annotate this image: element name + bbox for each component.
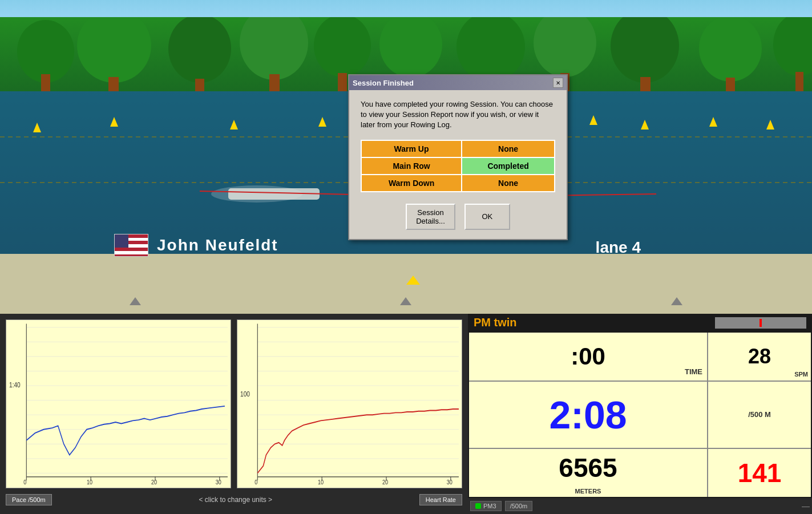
table-row: Warm Down None [361,175,555,192]
pace-cell: 2:08 [469,382,707,448]
pm3-button[interactable]: PM3 [470,501,502,511]
change-units-text[interactable]: < click to change units > [52,496,419,504]
session-finished-modal: Session Finished ✕ You have completed yo… [348,74,568,240]
warmup-status: None [462,140,555,157]
pm-red-bar [760,319,762,327]
bottom-controls: Pace /500m < click to change units > Hea… [6,491,462,508]
heart-rate-chart: 100 0 10 20 30 [237,319,462,488]
pm-green-dot [475,503,481,509]
sep-arrow-1 [130,297,141,305]
svg-text:30: 30 [447,479,453,485]
spm-label: SPM [794,371,808,378]
table-row: Warm Up None [361,140,555,157]
warmdown-label: Warm Down [361,175,462,192]
modal-overlay: Session Finished ✕ You have completed yo… [0,0,812,288]
modal-buttons: SessionDetails... OK [361,204,555,230]
spm-cell: 28 SPM [708,333,811,381]
warmup-label: Warm Up [361,140,462,157]
svg-text:30: 30 [216,479,221,485]
meters-cell: 6565 METERS [469,449,707,497]
svg-rect-38 [6,320,231,488]
pace-value: 2:08 [549,392,627,437]
footer-dash: — [802,501,810,511]
heart-rate-button[interactable]: Heart Rate [419,494,462,505]
pm-indicator [715,317,806,329]
meters-value: 6565 [559,452,617,483]
time-value: :00 [571,343,605,370]
svg-rect-61 [237,320,462,488]
pm-panel: PM twin :00 TIME 28 SPM 2:08 /500 M [468,314,812,514]
svg-text:0: 0 [23,479,26,485]
svg-text:10: 10 [318,479,324,485]
charts-area: 1:40 0 10 20 30 [6,319,462,488]
pace-unit-label: /500 M [748,410,771,419]
svg-text:10: 10 [87,479,92,485]
mainrow-label: Main Row [361,157,462,175]
meters-label: METERS [575,488,601,495]
modal-message: You have completed your rowing Session. … [361,99,555,131]
warmdown-status: None [462,175,555,192]
svg-text:1:40: 1:40 [9,381,21,388]
spm-value: 28 [748,345,771,369]
modal-title: Session Finished [353,79,414,87]
modal-titlebar: Session Finished ✕ [349,75,567,90]
time-cell: :00 TIME [469,333,707,381]
hr-cell: 141 [708,449,811,497]
svg-text:20: 20 [382,479,388,485]
mainrow-status: Completed [462,157,555,175]
svg-text:20: 20 [151,479,157,485]
separator-bar [0,288,812,314]
sep-arrow-2 [400,297,411,305]
svg-text:100: 100 [240,390,250,398]
pace-label-cell: /500 M [708,382,811,448]
pm-footer: PM3 /500m — [468,498,812,514]
modal-body: You have completed your rowing Session. … [349,90,567,239]
pace-unit-button[interactable]: /500m [505,501,533,511]
pm-title: PM twin [474,316,517,329]
time-label: TIME [685,367,702,376]
pm3-label: PM3 [483,503,496,509]
pace-chart: 1:40 0 10 20 30 [6,319,231,488]
svg-text:0: 0 [254,479,257,485]
pm-header: PM twin [468,314,812,331]
modal-close-button[interactable]: ✕ [553,78,563,88]
bottom-panel: 1:40 0 10 20 30 [0,314,812,514]
hr-value: 141 [738,458,782,488]
session-details-button[interactable]: SessionDetails... [406,204,455,230]
sep-arrow-3 [671,297,682,305]
table-row: Main Row Completed [361,157,555,175]
pace-button[interactable]: Pace /500m [6,494,52,505]
ok-button[interactable]: OK [464,204,510,230]
session-table: Warm Up None Main Row Completed Warm Dow… [361,140,555,192]
charts-panel: 1:40 0 10 20 30 [0,314,468,514]
